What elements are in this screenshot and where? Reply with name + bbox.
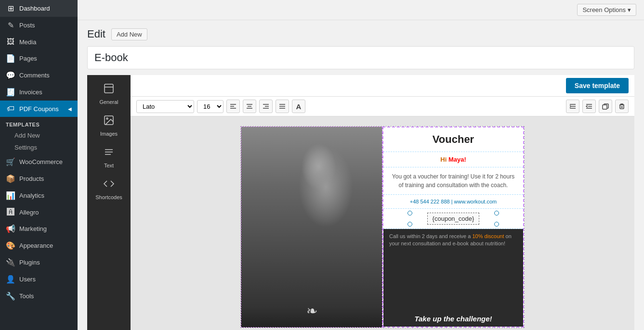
sidebar: ⊞ Dashboard ✎ Posts 🖼 Media 📄 Pages 💬 Co… <box>0 0 78 330</box>
voucher-contact-text: +48 544 222 888 | www.workout.com <box>410 199 497 204</box>
marketing-icon: 📢 <box>6 224 15 233</box>
editor-container: General Images <box>87 75 634 330</box>
align-right-button[interactable] <box>259 100 273 113</box>
svg-rect-26 <box>620 105 624 109</box>
sidebar-sub-item-settings[interactable]: Settings <box>0 141 78 153</box>
sidebar-item-dashboard[interactable]: ⊞ Dashboard <box>0 0 78 17</box>
panel-general-label: General <box>99 99 118 105</box>
sidebar-item-plugins[interactable]: 🔌 Plugins <box>0 254 78 271</box>
page-area: Edit Add New General <box>78 20 644 330</box>
top-bar: Screen Options ▾ <box>78 0 644 20</box>
add-new-button[interactable]: Add New <box>111 28 147 40</box>
images-icon <box>101 113 117 128</box>
align-center-button[interactable] <box>243 100 256 113</box>
sidebar-item-analytics[interactable]: 📊 Analytics <box>0 187 78 204</box>
tools-icon: 🔧 <box>6 292 15 301</box>
save-template-button[interactable]: Save template <box>566 78 629 93</box>
pdf-coupons-icon: 🏷 <box>6 104 15 113</box>
comments-icon: 💬 <box>6 71 15 80</box>
screen-options-label: Screen Options <box>582 6 626 13</box>
media-icon: 🖼 <box>6 38 15 46</box>
panel-item-text[interactable]: Text <box>101 144 117 168</box>
voucher-container: ❧ Voucher Hi Maya! <box>240 126 525 328</box>
sidebar-item-pdf-coupons[interactable]: 🏷 PDF Coupons ◀ <box>0 101 78 117</box>
sidebar-item-tools[interactable]: 🔧 Tools <box>0 288 78 305</box>
promo-highlight-text: 10% discount <box>472 233 504 239</box>
sidebar-item-woocommerce[interactable]: 🛒 WooCommerce <box>0 153 78 170</box>
products-icon: 📦 <box>6 174 15 183</box>
panel-item-images[interactable]: Images <box>100 113 118 137</box>
sidebar-item-allegro[interactable]: 🅰 Allegro <box>0 204 78 220</box>
general-icon <box>101 81 117 96</box>
voucher-content-side: Voucher Hi Maya! You got a voucher for t… <box>382 127 524 328</box>
canvas-area: ❧ Voucher Hi Maya! <box>131 116 634 330</box>
panel-text-label: Text <box>104 163 114 168</box>
sidebar-item-media[interactable]: 🖼 Media <box>0 34 78 50</box>
voucher-body-text: You got a voucher for training! Use it f… <box>392 173 514 189</box>
delete-button[interactable] <box>615 100 629 113</box>
analytics-icon: 📊 <box>6 191 15 200</box>
toolbar-right <box>566 100 629 113</box>
panel-item-general[interactable]: General <box>99 81 118 105</box>
editor-toolbar: Lato 16 <box>131 97 634 116</box>
main-content: Screen Options ▾ Edit Add New <box>78 0 644 330</box>
posts-icon: ✎ <box>6 21 15 30</box>
greeting-name: Maya! <box>448 156 466 163</box>
sidebar-item-appearance[interactable]: 🎨 Appearance <box>0 237 78 254</box>
text-panel-icon <box>101 144 117 160</box>
logo-wing-icon: ❧ <box>306 303 317 319</box>
voucher-contact: +48 544 222 888 | www.workout.com <box>383 195 523 209</box>
template-title-input[interactable] <box>87 46 634 69</box>
woocommerce-icon: 🛒 <box>6 157 15 166</box>
screen-options-button[interactable]: Screen Options ▾ <box>577 4 636 16</box>
voucher-greeting: Hi Maya! <box>383 152 523 167</box>
code-handle-tl <box>407 211 412 216</box>
font-size-select[interactable]: 16 <box>197 100 223 113</box>
panel-item-shortcodes[interactable]: Shortcodes <box>95 176 122 200</box>
dashboard-icon: ⊞ <box>6 4 15 13</box>
sidebar-item-marketing[interactable]: 📢 Marketing <box>0 220 78 237</box>
templates-section-header: Templates <box>0 117 78 129</box>
code-handle-bl <box>407 222 412 227</box>
sidebar-sub-item-add-new[interactable]: Add New <box>0 129 78 141</box>
voucher-code-area: {coupon_code} <box>383 209 523 229</box>
svg-point-3 <box>106 118 108 119</box>
shortcodes-icon <box>101 176 117 191</box>
voucher-promo: Call us within 2 days and receive a 10% … <box>383 229 523 327</box>
voucher-image-side: ❧ <box>241 127 382 328</box>
voucher-title-area: Voucher <box>383 127 523 152</box>
appearance-icon: 🎨 <box>6 241 15 250</box>
sidebar-item-invoices[interactable]: 🧾 Invoices <box>0 84 78 101</box>
left-panel: General Images <box>87 75 131 330</box>
decrease-indent-button[interactable] <box>582 100 596 113</box>
sidebar-item-pages[interactable]: 📄 Pages <box>0 50 78 67</box>
sidebar-item-posts[interactable]: ✎ Posts <box>0 17 78 34</box>
align-left-button[interactable] <box>226 100 240 113</box>
page-header: Edit Add New <box>87 28 634 40</box>
bold-button[interactable]: A <box>292 100 305 113</box>
voucher-cta: Take up the challenge! <box>389 315 517 323</box>
screen-options-chevron: ▾ <box>628 6 631 13</box>
svg-rect-0 <box>105 84 113 93</box>
font-family-select[interactable]: Lato <box>136 100 194 113</box>
promo-regular-text: Call us within 2 days and receive a <box>389 233 472 239</box>
duplicate-button[interactable] <box>599 100 612 113</box>
sidebar-item-comments[interactable]: 💬 Comments <box>0 67 78 84</box>
voucher-promo-text: Call us within 2 days and receive a 10% … <box>389 233 517 248</box>
align-justify-button[interactable] <box>276 100 289 113</box>
plugins-icon: 🔌 <box>6 258 15 267</box>
increase-indent-button[interactable] <box>566 100 579 113</box>
save-template-area: Save template <box>131 75 634 97</box>
voucher-background-image <box>241 127 382 328</box>
sidebar-item-users[interactable]: 👤 Users <box>0 271 78 288</box>
voucher-logo: ❧ <box>300 304 324 318</box>
greeting-hi: Hi <box>440 156 448 163</box>
code-handle-tr <box>494 211 499 216</box>
page-title: Edit <box>87 28 105 40</box>
editor-main: Save template Lato 16 <box>131 75 634 330</box>
voucher-coupon-code: {coupon_code} <box>427 213 480 225</box>
sidebar-item-products[interactable]: 📦 Products <box>0 170 78 187</box>
voucher-body: You got a voucher for training! Use it f… <box>383 167 523 195</box>
pages-icon: 📄 <box>6 54 15 63</box>
invoices-icon: 🧾 <box>6 88 15 97</box>
